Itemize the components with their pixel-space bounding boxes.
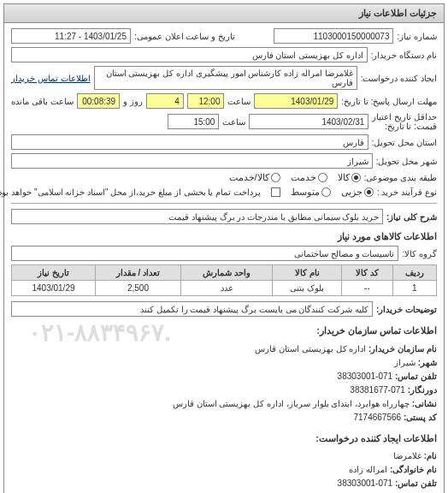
rc-name: غلامرضا (393, 451, 421, 460)
c-city: شیراز (394, 358, 416, 367)
category-goods-service-radio[interactable]: کالا/خدمت (229, 172, 280, 183)
rc-phone-label: تلفن تماس: (395, 478, 437, 488)
c-phone: 071-38303001 (338, 371, 393, 381)
validity-time-field: 15:00 (168, 114, 219, 129)
c-post: 7174667566 (353, 413, 401, 422)
deadline-remain-label: ساعت باقی مانده (11, 97, 74, 106)
c-phone-label: تلفن تماس: (395, 371, 437, 381)
panel-body: شماره نیاز: 1103000150000073 تاریخ و ساع… (4, 23, 444, 493)
purchase-type-label: نوع فرآیند خرید : (377, 187, 437, 197)
requester-label: ایجاد کننده درخواست: (361, 74, 437, 83)
req-creator-section-title: اطلاعات ایجاد کننده درخواست: (11, 431, 437, 447)
goods-section-title: اطلاعات کالاهای مورد نیاز (11, 231, 437, 242)
panel-title: جزئیات اطلاعات نیاز (4, 4, 444, 23)
contact-block: اطلاعات تماس سازمان خریدار: نام سازمان خ… (11, 324, 437, 490)
radio-icon (271, 173, 280, 182)
goods-group-field: تاسیسات و مصالح ساختمانی (11, 246, 398, 261)
buyer-org-field: اداره کل بهزیستی استان فارس (11, 47, 368, 62)
city-label: شهر محل تحویل: (376, 157, 437, 166)
category-radio-group: کالا خدمت کالا/خدمت (229, 172, 361, 183)
main-title-label: شرح کلی نیاز: (386, 212, 437, 222)
deadline-time-field: 12:00 (187, 93, 225, 109)
pt-minor-radio[interactable]: جزیی (341, 187, 374, 198)
deadline-days-field: 4 (146, 93, 184, 109)
details-panel: جزئیات اطلاعات نیاز شماره نیاز: 11030001… (3, 3, 445, 493)
buyer-contact-button[interactable]: اطلاعات تماس خریدار (11, 74, 91, 83)
announce-label: تاریخ و ساعت اعلان عمومی: (134, 32, 235, 41)
buyer-notes-field: کلیه شرکت کنندگان می بایست برگ پیشنهاد ق… (11, 301, 373, 317)
c-city-label: شهر: (418, 358, 437, 367)
c-fax: 071-38381677 (350, 385, 405, 395)
deadline-reply-label: مهلت ارسال پاسخ: تا تاریخ: (341, 97, 437, 106)
c-fax-label: دورنگار: (408, 385, 437, 395)
validity-time-label: ساعت (222, 117, 245, 127)
rc-family-label: نام خانوادگی: (390, 465, 437, 474)
rc-name-label: نام: (424, 451, 437, 460)
th-code: کد کالا (342, 265, 392, 281)
req-number-field: 1103000150000073 (274, 28, 393, 44)
deadline-days-label: روز و (123, 97, 143, 106)
deadline-date-field: 1403/01/29 (254, 93, 338, 109)
deadline-time-label: ساعت (227, 97, 251, 106)
province-label: استان محل تحویل: (372, 138, 437, 147)
main-title-field: خرید بلوک سیمانی مطابق با مندرجات در برگ… (11, 209, 383, 224)
c-addr: چهارراه هوابرد، ابتدای بلوار سرباز، ادار… (173, 399, 410, 408)
cell-qty: 2,500 (95, 281, 180, 296)
radio-icon (318, 173, 327, 182)
deadline-remain-field: 00:08:39 (77, 93, 121, 109)
category-goods-radio[interactable]: کالا (338, 172, 361, 183)
city-field: شیراز (11, 153, 373, 169)
th-name: نام کالا (273, 265, 342, 281)
buyer-notes-label: توضیحات خریدار: (376, 305, 437, 314)
th-unit: واحد شمارش (181, 265, 273, 281)
province-field: فارس (11, 134, 368, 150)
requester-field: غلامرضا امراله زاده کارشناس امور پیشگیری… (94, 66, 357, 90)
th-qty: تعداد / مقدار (95, 265, 180, 281)
table-header-row: ردیف کد کالا نام کالا واحد شمارش تعداد /… (12, 265, 437, 281)
cell-date: 1403/01/29 (12, 281, 96, 296)
contact-section-title: اطلاعات تماس سازمان خریدار: (11, 324, 437, 339)
rc-phone: 071-38303001 (338, 478, 393, 488)
category-label: طبقه بندی موضوعی: (364, 173, 437, 182)
category-service-radio[interactable]: خدمت (291, 172, 327, 183)
th-row: ردیف (392, 265, 436, 281)
table-row: 1 -- بلوک بتنی عدد 2,500 1403/01/29 (12, 281, 437, 296)
rc-family: امراله زاده (349, 465, 387, 474)
pt-medium-radio[interactable]: متوسط (291, 187, 331, 198)
cell-row: 1 (392, 281, 436, 296)
cell-name: بلوک بتنی (273, 281, 342, 296)
goods-table: ردیف کد کالا نام کالا واحد شمارش تعداد /… (11, 264, 437, 296)
c-org-label: نام سازمان خریدار: (368, 344, 437, 353)
pt-note: پرداخت تمام یا بخشی از مبلغ خرید،از محل … (0, 187, 261, 197)
goods-group-label: گروه کالا: (402, 249, 437, 258)
radio-checked-icon (351, 173, 361, 182)
req-number-label: شماره نیاز: (397, 32, 437, 41)
radio-checked-icon (364, 187, 374, 197)
treasury-checkbox[interactable] (271, 187, 280, 197)
th-date: تاریخ نیاز (12, 265, 96, 281)
announce-field: 1403/01/25 - 11:27 (11, 28, 131, 44)
validity-date-field: 1403/02/31 (249, 114, 368, 129)
c-addr-label: نشانی: (412, 399, 437, 408)
cell-unit: عدد (181, 281, 273, 296)
buyer-org-label: نام دستگاه خریدار: (371, 50, 437, 60)
c-org: اداره کل بهزیستی استان فارس (255, 344, 366, 353)
validity-label: حداقل تاریخ اعتبارقیمت: تا تاریخ: (372, 112, 437, 131)
cell-code: -- (342, 281, 392, 296)
c-post-label: کد پستی: (404, 413, 437, 422)
radio-icon (321, 187, 331, 197)
purchase-type-radio-group: جزیی متوسط پرداخت تمام یا بخشی از مبلغ خ… (0, 187, 374, 198)
